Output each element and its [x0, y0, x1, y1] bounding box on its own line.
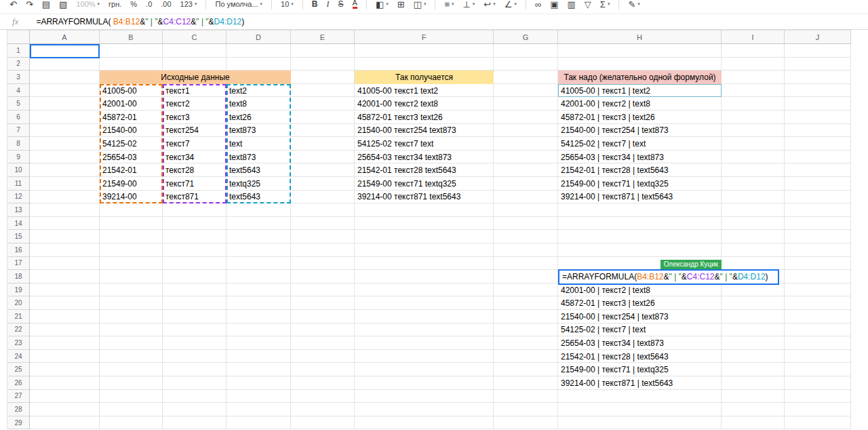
text-wrap-button[interactable]: ↩▾	[484, 0, 495, 9]
row-header-13[interactable]: 13	[7, 203, 30, 217]
column-header-G[interactable]: G	[494, 30, 558, 44]
row-header-20[interactable]: 20	[7, 296, 30, 310]
font-size-select[interactable]: 10▾	[281, 1, 294, 8]
column-header-J[interactable]: J	[785, 30, 851, 44]
row-header-23[interactable]: 23	[7, 336, 30, 350]
row-header-7[interactable]: 7	[7, 124, 30, 138]
edit-pen-button[interactable]: ✎▾	[628, 0, 639, 9]
current-result-header[interactable]: Так получается	[355, 71, 494, 84]
row-header-16[interactable]: 16	[7, 243, 30, 257]
cell-H7[interactable]: 21540-00 | текст254 | text873	[558, 124, 722, 138]
column-header-F[interactable]: F	[355, 30, 494, 44]
insert-chart-button[interactable]: ▥	[568, 0, 576, 9]
cell-H6[interactable]: 45872-01 | текст3 | text26	[558, 111, 722, 124]
insert-image-button[interactable]: ▣	[550, 0, 558, 9]
row-header-10[interactable]: 10	[7, 163, 30, 177]
row-header-2[interactable]: 2	[7, 58, 30, 71]
cell-F10[interactable]: 21542-01 текст28 text5643	[355, 163, 494, 177]
cell-H20[interactable]: 45872-01 | текст3 | text26	[558, 296, 722, 310]
column-header-H[interactable]: H	[558, 30, 722, 44]
row-header-28[interactable]: 28	[7, 403, 30, 416]
row-header-15[interactable]: 15	[7, 230, 30, 243]
cell-H5[interactable]: 42001-00 | текст2 | text8	[558, 97, 722, 111]
redo-button[interactable]: ↷	[26, 0, 33, 9]
cell-F6[interactable]: 45872-01 текст3 text26	[355, 111, 494, 124]
cell-H9[interactable]: 25654-03 | текст34 | text873	[558, 151, 722, 164]
currency-format-button[interactable]: грн.	[108, 1, 121, 8]
borders-button[interactable]: ⊞	[397, 0, 405, 9]
row-header-26[interactable]: 26	[7, 376, 30, 390]
cell-H12[interactable]: 39214-00 | текст871 | text5643	[558, 191, 722, 204]
cell-H24[interactable]: 21542-01 | текст28 | text5643	[558, 350, 722, 364]
filter-button[interactable]: ▽	[585, 0, 591, 9]
row-header-1[interactable]: 1	[7, 44, 30, 58]
text-color-button[interactable]: A	[353, 0, 357, 9]
bold-button[interactable]: B	[312, 0, 318, 8]
row-header-21[interactable]: 21	[7, 310, 30, 324]
source-data-header[interactable]: Исходные данные	[100, 71, 291, 84]
row-header-27[interactable]: 27	[7, 390, 30, 404]
cell-F9[interactable]: 25654-03 текст34 text873	[355, 151, 494, 164]
zoom-select[interactable]: 100%▾	[76, 1, 100, 8]
cell-H22[interactable]: 54125-02 | текст7 | text	[558, 324, 722, 337]
functions-button[interactable]: Σ▾	[600, 0, 610, 9]
cell-H21[interactable]: 21540-00 | текст254 | text873	[558, 310, 722, 324]
cell-F5[interactable]: 42001-00 текст2 text8	[355, 97, 494, 111]
select-all-corner[interactable]	[7, 30, 30, 44]
row-header-17[interactable]: 17	[7, 257, 30, 271]
cell-H8[interactable]: 54125-02 | текст7 | text	[558, 137, 722, 151]
fill-color-button[interactable]: ◧▾	[376, 0, 389, 9]
cell-H23[interactable]: 25654-03 | текст34 | text873	[558, 336, 722, 350]
more-formats-button[interactable]: 123▾	[180, 1, 197, 8]
horizontal-align-button[interactable]: ≡▾	[444, 0, 454, 9]
increase-decimal-button[interactable]: .00	[161, 1, 171, 8]
percent-format-button[interactable]: %	[130, 1, 137, 8]
cell-F12[interactable]: 39214-00 текст871 text5643	[355, 191, 494, 204]
font-select[interactable]: По умолча...▾	[215, 1, 262, 8]
undo-button[interactable]: ↶	[9, 0, 17, 9]
desired-result-header[interactable]: Так надо (желательно одной формулой)	[558, 71, 722, 84]
cell-H26[interactable]: 39214-00 | текст871 | text5643	[558, 376, 722, 390]
print-button[interactable]: ▤	[42, 0, 50, 9]
cell-H11[interactable]: 21549-00 | текст71 | textq325	[558, 177, 722, 191]
formula-input[interactable]: =ARRAYFORMULA( B4:B12&" | "&C4:C12&" | "…	[36, 17, 244, 26]
column-header-E[interactable]: E	[291, 30, 355, 44]
cell-editor[interactable]: =ARRAYFORMULA( B4:B12&" | "&C4:C12&" | "…	[558, 269, 779, 285]
row-header-19[interactable]: 19	[7, 284, 30, 297]
row-header-14[interactable]: 14	[7, 217, 30, 231]
text-rotation-button[interactable]: ∠▾	[505, 0, 517, 9]
row-header-22[interactable]: 22	[7, 324, 30, 337]
column-header-I[interactable]: I	[722, 30, 785, 44]
row-header-29[interactable]: 29	[7, 416, 30, 430]
vertical-align-button[interactable]: ⊥▾	[463, 0, 475, 9]
percent-format-button-label: %	[130, 1, 137, 8]
cell-F11[interactable]: 21549-00 текст71 textq325	[355, 177, 494, 191]
cell-H25[interactable]: 21549-00 | текст71 | textq325	[558, 363, 722, 376]
paint-format-button[interactable]: ▧	[59, 0, 67, 9]
row-header-5[interactable]: 5	[7, 97, 30, 111]
cell-F7[interactable]: 21540-00 текст254 text873	[355, 124, 494, 138]
row-header-25[interactable]: 25	[7, 363, 30, 376]
cell-F4[interactable]: 41005-00 текст1 text2	[355, 84, 494, 98]
row-header-3[interactable]: 3	[7, 71, 30, 84]
row-header-4[interactable]: 4	[7, 84, 30, 98]
column-header-B[interactable]: B	[100, 30, 163, 44]
cell-H10[interactable]: 21542-01 | текст28 | text5643	[558, 163, 722, 177]
strikethrough-button[interactable]: S	[338, 0, 344, 8]
row-header-18[interactable]: 18	[7, 270, 30, 284]
column-header-C[interactable]: C	[163, 30, 226, 44]
cell-F8[interactable]: 54125-02 текст7 text	[355, 137, 494, 151]
column-header-A[interactable]: A	[30, 30, 100, 44]
row-header-6[interactable]: 6	[7, 111, 30, 124]
merge-cells-button[interactable]: ◫▾	[414, 0, 427, 9]
row-header-8[interactable]: 8	[7, 137, 30, 151]
italic-button[interactable]: I	[327, 0, 330, 8]
cell-H19[interactable]: 42001-00 | текст2 | text8	[558, 284, 722, 297]
column-header-D[interactable]: D	[226, 30, 291, 44]
row-header-24[interactable]: 24	[7, 350, 30, 364]
row-header-9[interactable]: 9	[7, 151, 30, 164]
insert-link-button[interactable]: ∞	[535, 0, 541, 9]
row-header-12[interactable]: 12	[7, 191, 30, 204]
row-header-11[interactable]: 11	[7, 177, 30, 191]
decrease-decimal-button[interactable]: .0	[146, 1, 152, 8]
